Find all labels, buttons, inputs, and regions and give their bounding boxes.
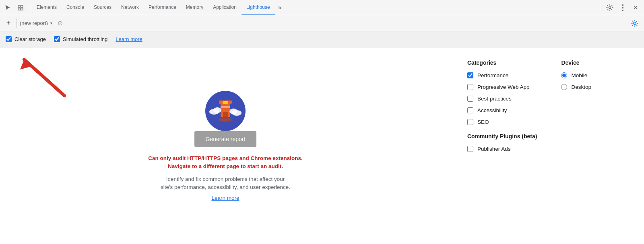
tab-memory[interactable]: Memory	[181, 0, 208, 15]
svg-rect-0	[18, 5, 20, 7]
svg-point-5	[634, 22, 636, 25]
throttling-learn-more-link[interactable]: Learn more	[116, 36, 142, 42]
svg-rect-12	[223, 112, 228, 117]
device-title: Device	[561, 59, 605, 66]
description-text: Identify and fix common problems that af…	[161, 175, 290, 192]
report-cancel-button[interactable]: ⊘	[56, 19, 64, 28]
options-bar: Clear storage Simulated throttling Learn…	[0, 31, 644, 47]
devtools-nav-bar: Elements Console Sources Network Perform…	[0, 0, 644, 15]
more-tabs-button[interactable]: »	[275, 0, 285, 15]
close-devtools-button[interactable]: ✕	[630, 2, 641, 13]
accessibility-label: Accessibility	[477, 107, 507, 113]
arrow-annotation	[8, 51, 72, 100]
publisher-ads-label: Publisher Ads	[477, 146, 511, 152]
desktop-radio[interactable]	[561, 84, 567, 90]
svg-rect-2	[18, 8, 20, 10]
community-title: Community Plugins (beta)	[467, 133, 537, 139]
device-desktop[interactable]: Desktop	[561, 84, 605, 90]
desktop-label: Desktop	[571, 84, 591, 90]
seo-checkbox[interactable]	[467, 119, 473, 125]
community-publisher-ads[interactable]: Publisher Ads	[467, 146, 537, 152]
left-panel: Generate report Can only audit HTTP/HTTP…	[0, 47, 451, 244]
publisher-ads-checkbox[interactable]	[467, 146, 473, 152]
category-best-practices[interactable]: Best practices	[467, 96, 537, 102]
more-options-button[interactable]: ⋮	[617, 2, 628, 13]
category-seo[interactable]: SEO	[467, 119, 537, 125]
best-practices-checkbox[interactable]	[467, 96, 473, 102]
error-line2: Navigate to a different page to start an…	[148, 162, 302, 170]
report-selector-arrow: ▾	[50, 21, 52, 25]
report-bar-right	[630, 18, 640, 29]
clear-storage-checkbox[interactable]	[6, 36, 12, 42]
report-selector[interactable]: (new report) ▾	[20, 20, 52, 26]
svg-rect-3	[21, 8, 23, 10]
cursor-tool-button[interactable]	[3, 3, 12, 12]
svg-point-17	[229, 109, 237, 114]
device-mobile[interactable]: Mobile	[561, 72, 605, 78]
inspect-element-button[interactable]	[16, 3, 25, 12]
tab-console[interactable]: Console	[62, 0, 89, 15]
tab-elements[interactable]: Elements	[32, 0, 62, 15]
report-divider	[16, 18, 17, 28]
pwa-label: Progressive Web App	[477, 84, 530, 90]
svg-point-18	[219, 118, 232, 122]
main-content: Generate report Can only audit HTTP/HTTP…	[0, 47, 644, 244]
categories-title: Categories	[467, 59, 537, 66]
tab-lighthouse[interactable]: Lighthouse	[242, 0, 275, 15]
error-line1: Can only audit HTTP/HTTPS pages and Chro…	[148, 154, 302, 162]
accessibility-checkbox[interactable]	[467, 107, 473, 113]
category-pwa[interactable]: Progressive Web App	[467, 84, 537, 90]
svg-rect-13	[221, 106, 230, 108]
mobile-label: Mobile	[571, 72, 587, 78]
best-practices-label: Best practices	[477, 96, 512, 102]
seo-label: SEO	[477, 119, 489, 125]
main-learn-more-link[interactable]: Learn more	[211, 195, 239, 201]
svg-rect-1	[21, 5, 23, 7]
nav-tool-icons	[3, 3, 30, 12]
device-section: Device Mobile Desktop	[561, 59, 605, 232]
category-accessibility[interactable]: Accessibility	[467, 107, 537, 113]
categories-section: Categories Performance Progressive Web A…	[467, 59, 537, 125]
tab-network[interactable]: Network	[116, 0, 144, 15]
clear-storage-label: Clear storage	[14, 36, 46, 42]
clear-storage-option[interactable]: Clear storage	[6, 36, 46, 42]
categories-column: Categories Performance Progressive Web A…	[467, 59, 537, 232]
performance-label: Performance	[477, 72, 508, 78]
performance-checkbox[interactable]	[467, 72, 473, 78]
pwa-checkbox[interactable]	[467, 84, 473, 90]
simulated-throttling-checkbox[interactable]	[54, 36, 60, 42]
settings-button[interactable]	[605, 2, 615, 13]
report-selector-text: (new report)	[20, 20, 48, 26]
svg-rect-11	[223, 101, 228, 104]
svg-point-4	[609, 6, 611, 8]
simulated-throttling-option[interactable]: Simulated throttling	[54, 36, 107, 42]
lighthouse-settings-button[interactable]	[630, 18, 640, 29]
add-report-button[interactable]: +	[4, 19, 13, 28]
nav-right-actions: ⋮ ✕	[601, 2, 641, 13]
svg-point-15	[213, 107, 221, 113]
tab-performance[interactable]: Performance	[144, 0, 181, 15]
error-message: Can only audit HTTP/HTTPS pages and Chro…	[148, 154, 302, 171]
svg-line-6	[24, 59, 64, 96]
generate-report-button[interactable]: Generate report	[194, 131, 257, 147]
community-section: Community Plugins (beta) Publisher Ads	[467, 133, 537, 152]
category-performance[interactable]: Performance	[467, 72, 537, 78]
right-panel: Categories Performance Progressive Web A…	[451, 47, 644, 244]
tab-sources[interactable]: Sources	[89, 0, 116, 15]
simulated-throttling-label: Simulated throttling	[63, 36, 107, 42]
nav-tabs: Elements Console Sources Network Perform…	[32, 0, 601, 15]
lighthouse-logo	[205, 91, 246, 131]
report-bar: + (new report) ▾ ⊘	[0, 15, 644, 31]
mobile-radio[interactable]	[561, 72, 567, 78]
tab-application[interactable]: Application	[208, 0, 242, 15]
